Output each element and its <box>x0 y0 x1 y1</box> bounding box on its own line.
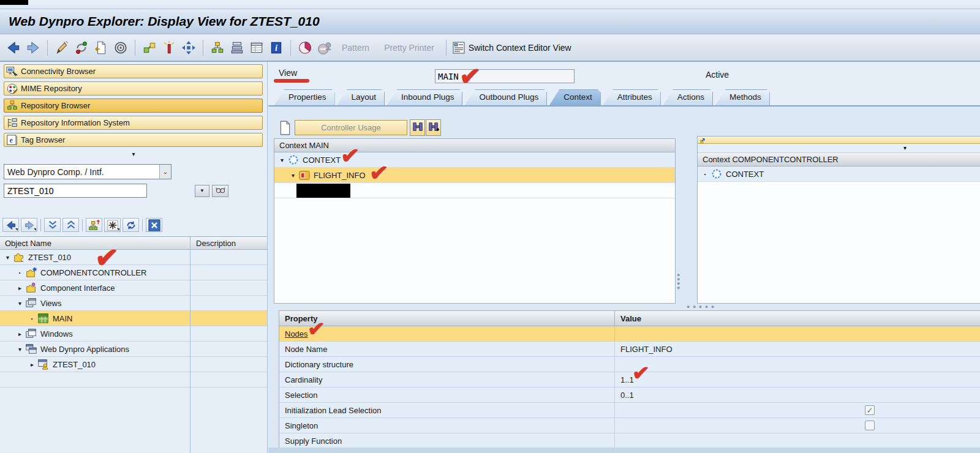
tab-methods[interactable]: Methods <box>715 89 770 106</box>
search-icon <box>412 121 424 135</box>
tree-row-label: ZTEST_010 <box>53 360 96 369</box>
properties-table-header: Property Value <box>279 311 980 326</box>
tree-expander-icon[interactable]: ▾ <box>16 300 24 307</box>
context-node-context[interactable]: ▾CONTEXT <box>274 152 675 168</box>
history-forward-icon[interactable] <box>21 218 37 232</box>
horizontal-splitter-handle[interactable]: ● ● ● ● ● <box>687 304 715 310</box>
refresh-tree-icon[interactable] <box>123 218 139 232</box>
tab-attributes[interactable]: Attributes <box>603 89 661 106</box>
checkbox-singleton[interactable] <box>865 421 875 430</box>
tree-expander-icon[interactable]: · <box>28 314 36 323</box>
debug-user-icon[interactable] <box>316 39 333 56</box>
tree-expander-icon[interactable]: ▾ <box>16 346 24 353</box>
property-link-nodes[interactable]: Nodes <box>285 329 308 339</box>
expand-all-icon[interactable] <box>62 218 79 232</box>
toolbar-separator <box>446 40 447 56</box>
checkbox-initialization-lead-selection[interactable]: ✓ <box>865 405 875 415</box>
tab-layout[interactable]: Layout <box>337 89 385 106</box>
browser-button-label: MIME Repository <box>21 84 82 93</box>
sidebar-collapse-arrow-icon[interactable]: ▾ <box>0 151 267 157</box>
tab-outbound-plugs[interactable]: Outbound Plugs <box>464 89 547 106</box>
browser-button-repository-information-system[interactable]: Repository Information System <box>4 116 263 130</box>
hierarchy-icon <box>210 40 225 55</box>
tree-row-web-dynpro-applications[interactable]: ▾Web Dynpro Applications <box>0 342 267 357</box>
table-view-icon <box>249 40 264 55</box>
hierarchy-up-icon <box>88 219 100 231</box>
context-node-flight-info[interactable]: ▾FLIGHT_INFO <box>274 168 675 183</box>
syntax-check-icon[interactable] <box>141 39 158 56</box>
forward-arrow-icon[interactable] <box>24 39 42 56</box>
property-value-cell <box>614 326 980 341</box>
tree-row-main[interactable]: ·MAIN <box>0 311 267 326</box>
collapse-all-icon[interactable] <box>44 218 61 232</box>
hierarchy-up-icon[interactable] <box>86 218 102 232</box>
context-controller-tree: ·CONTEXT <box>698 167 980 182</box>
tree-row-component-interface[interactable]: ▸Component Interface <box>0 280 267 296</box>
tree-expander-icon[interactable]: ▸ <box>16 285 24 291</box>
properties-table-body: NodesNode NameFLIGHT_INFODictionary stru… <box>279 326 980 449</box>
object-category-select[interactable]: Web Dynpro Comp. / Intf. ⌄ <box>4 164 172 179</box>
tree-expander-icon[interactable]: ▾ <box>278 157 286 163</box>
pattern-button[interactable]: Pattern <box>336 43 375 53</box>
tree-expander-icon[interactable]: ▸ <box>16 331 24 337</box>
copy-icon[interactable] <box>92 39 110 56</box>
browser-button-mime-repository[interactable]: MIME Repository <box>4 81 263 95</box>
tab-properties[interactable]: Properties <box>274 89 335 106</box>
display-change-icon[interactable] <box>53 39 70 56</box>
tree-expander-icon[interactable]: · <box>16 268 24 277</box>
favorites-icon[interactable] <box>104 218 121 232</box>
browser-button-connectivity-browser[interactable]: Connectivity Browser <box>4 64 263 78</box>
create-controller-usage-button[interactable] <box>277 120 293 136</box>
hierarchy-icon[interactable] <box>209 39 226 56</box>
pretty-printer-button[interactable]: Pretty Printer <box>378 43 440 53</box>
controller-usage-button[interactable]: Controller Usage <box>295 120 407 135</box>
switch-context-editor-button[interactable]: Switch Context Editor View <box>452 41 571 54</box>
tree-row-empty <box>0 372 267 387</box>
close-icon[interactable] <box>146 218 162 232</box>
refresh-icon[interactable] <box>73 39 90 56</box>
column-header-value: Value <box>614 311 980 326</box>
context-controller-header: Context COMPONENTCONTROLLER <box>698 153 980 167</box>
property-row-supply-function: Supply Function <box>279 433 980 449</box>
display-object-button[interactable] <box>212 185 228 197</box>
browser-button-label: Repository Browser <box>21 101 90 110</box>
repository-tree: ▾ZTEST_010·COMPONENTCONTROLLER▸Component… <box>0 250 267 387</box>
tab-inbound-plugs[interactable]: Inbound Plugs <box>386 89 462 106</box>
layers-icon[interactable] <box>228 39 246 56</box>
history-back-icon[interactable] <box>2 218 19 232</box>
vertical-splitter-handle[interactable]: ●●●● <box>677 273 682 290</box>
object-history-dropdown-button[interactable]: ▼ <box>195 185 209 197</box>
tree-expander-icon[interactable]: ▾ <box>289 172 297 179</box>
dropdown-arrow-icon[interactable]: ▾ <box>903 144 907 151</box>
tab-context[interactable]: Context <box>549 89 601 106</box>
table-view-icon[interactable] <box>248 39 265 56</box>
back-arrow-icon[interactable] <box>5 39 22 56</box>
runtime-analysis-icon[interactable] <box>296 39 314 56</box>
test-icon[interactable] <box>160 39 178 56</box>
tree-expander-icon[interactable]: ▾ <box>4 254 12 261</box>
tree-row-ztest-010[interactable]: ▸ZTEST_010 <box>0 357 267 372</box>
navigate-icon[interactable] <box>180 39 197 56</box>
context-node-context[interactable]: ·CONTEXT <box>698 167 980 182</box>
dropdown-corner-icon <box>15 228 18 231</box>
tree-expander-icon[interactable]: ▸ <box>28 361 36 368</box>
activate-icon[interactable] <box>112 39 129 56</box>
property-row-singleton: Singleton <box>279 418 980 433</box>
views-icon <box>25 297 37 309</box>
view-name-input[interactable] <box>435 69 575 83</box>
property-row-nodes: Nodes <box>279 326 980 342</box>
find-next-button[interactable] <box>426 119 441 136</box>
info-icon[interactable]: i <box>268 39 285 56</box>
tree-expander-icon[interactable]: · <box>701 170 709 179</box>
tab-actions[interactable]: Actions <box>663 89 713 106</box>
find-button[interactable] <box>410 119 425 136</box>
connectivity-icon <box>6 66 18 78</box>
object-category-value: Web Dynpro Comp. / Intf. <box>4 167 159 177</box>
browser-button-tag-browser[interactable]: eTag Browser <box>4 133 263 147</box>
object-name-input[interactable] <box>4 184 147 198</box>
tree-row-views[interactable]: ▾Views <box>0 296 267 311</box>
tree-row-ztest-010[interactable]: ▾ZTEST_010 <box>0 250 267 265</box>
tree-row-windows[interactable]: ▸Windows <box>0 326 267 342</box>
browser-button-repository-browser[interactable]: Repository Browser <box>4 99 263 113</box>
tree-row-componentcontroller[interactable]: ·COMPONENTCONTROLLER <box>0 265 267 280</box>
